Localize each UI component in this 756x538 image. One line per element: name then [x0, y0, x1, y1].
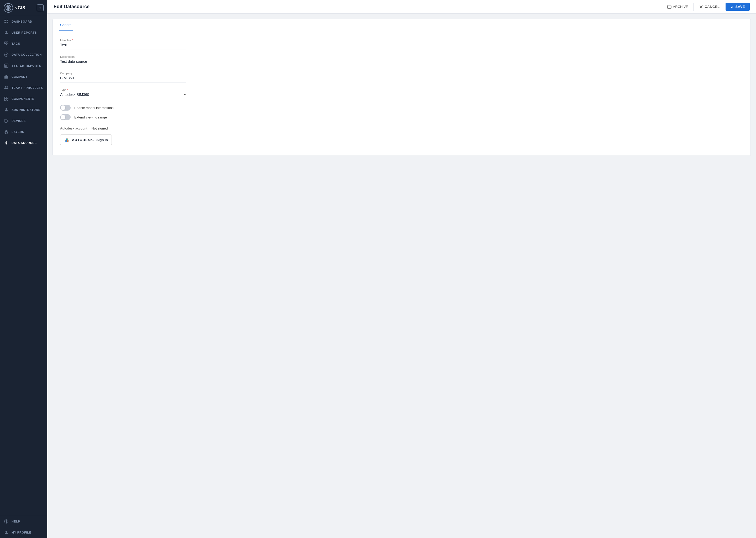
company-label: Company: [60, 72, 186, 75]
viewing-range-label: Extend viewing range: [74, 115, 107, 119]
company-value[interactable]: BIM 360: [60, 76, 186, 82]
svg-rect-17: [4, 97, 6, 98]
svg-rect-18: [7, 97, 8, 98]
cancel-icon: [699, 5, 703, 9]
sidebar-bottom: HELP MY PROFILE: [0, 516, 47, 538]
sidebar-item-administrators[interactable]: ADMINISTRATORS: [0, 104, 47, 115]
svg-point-20: [7, 99, 8, 101]
data-collection-icon: [4, 52, 9, 57]
autodesk-brand-text: AUTODESK.: [72, 138, 94, 142]
sidebar-item-help[interactable]: HELP: [0, 516, 47, 527]
logo-text: vGIS: [15, 6, 25, 10]
toggle-knob: [61, 105, 65, 110]
model-interactions-toggle-row: Enable model interactions: [60, 105, 743, 111]
teams-icon: [4, 85, 9, 90]
sidebar-item-user-reports[interactable]: USER REPORTS: [0, 27, 47, 38]
sidebar-nav: DASHBOARD USER REPORTS TAGS DATA COLLECT…: [0, 16, 47, 148]
svg-point-10: [6, 54, 7, 55]
viewing-range-toggle[interactable]: [60, 114, 71, 120]
main-area: Edit Datasource ARCHIVE CANCEL SAVE Gene…: [47, 0, 756, 538]
company-icon: [4, 74, 9, 79]
svg-point-26: [6, 522, 7, 523]
autodesk-signin-button[interactable]: AUTODESK. Sign in: [60, 134, 112, 145]
sidebar-item-layers[interactable]: LAYERS: [0, 126, 47, 137]
tags-icon: [4, 41, 9, 46]
company-field: Company BIM 360: [60, 72, 186, 82]
signin-label: Sign in: [96, 138, 108, 142]
autodesk-account-label: Autodesk account: [60, 126, 87, 130]
sidebar-item-system-reports[interactable]: SYSTEM REPORTS: [0, 60, 47, 71]
sidebar-header: vGIS +: [0, 0, 47, 16]
description-label: Description: [60, 55, 186, 58]
svg-rect-13: [4, 76, 8, 79]
topbar-divider: [693, 3, 693, 11]
sidebar-item-dashboard[interactable]: DASHBOARD: [0, 16, 47, 27]
svg-point-24: [6, 142, 7, 144]
identifier-value[interactable]: Test: [60, 43, 186, 49]
svg-point-27: [6, 531, 7, 532]
svg-rect-22: [5, 119, 7, 123]
autodesk-status: Not signed in: [91, 126, 111, 130]
svg-rect-19: [4, 99, 6, 101]
topbar: Edit Datasource ARCHIVE CANCEL SAVE: [47, 0, 756, 14]
toggle-knob-2: [61, 115, 65, 120]
logo-icon: [4, 3, 13, 13]
save-button[interactable]: SAVE: [726, 3, 750, 11]
svg-rect-23: [7, 120, 8, 122]
autodesk-logo-icon: [64, 137, 70, 143]
profile-icon: [4, 530, 9, 535]
type-select-wrapper: Autodesk BIM360: [60, 92, 186, 99]
form-tabs: General: [53, 19, 750, 31]
svg-point-21: [6, 108, 7, 110]
sidebar-item-teams-projects[interactable]: TEAMS / PROJECTS: [0, 82, 47, 93]
model-interactions-label: Enable model interactions: [74, 106, 114, 110]
form-card: General Identifier* Test Description Tes…: [53, 19, 751, 156]
svg-rect-6: [4, 22, 6, 24]
svg-rect-5: [7, 20, 8, 21]
svg-rect-7: [7, 22, 8, 24]
archive-button[interactable]: ARCHIVE: [664, 3, 691, 11]
description-value[interactable]: Test data source: [60, 59, 186, 66]
data-sources-icon: [4, 140, 9, 145]
sidebar-item-company[interactable]: COMPANY: [0, 71, 47, 82]
layers-icon: [4, 129, 9, 134]
identifier-label: Identifier*: [60, 39, 186, 42]
system-reports-icon: [4, 63, 9, 68]
model-interactions-toggle[interactable]: [60, 105, 71, 111]
form-body: Identifier* Test Description Test data s…: [53, 31, 750, 155]
components-icon: [4, 96, 9, 101]
help-icon: [4, 519, 9, 524]
svg-point-15: [5, 86, 6, 88]
autodesk-account-row: Autodesk account Not signed in: [60, 126, 743, 130]
svg-point-16: [7, 86, 8, 88]
identifier-field: Identifier* Test: [60, 39, 186, 49]
sidebar-item-tags[interactable]: TAGS: [0, 38, 47, 49]
svg-rect-14: [6, 75, 7, 76]
topbar-actions: ARCHIVE CANCEL SAVE: [664, 3, 750, 11]
chevron-down-icon: [183, 94, 186, 95]
content-area: General Identifier* Test Description Tes…: [47, 14, 756, 538]
svg-rect-4: [4, 20, 6, 21]
sidebar-item-components[interactable]: COMPONENTS: [0, 93, 47, 104]
user-reports-icon: [4, 30, 9, 35]
sidebar-item-my-profile[interactable]: MY PROFILE: [0, 527, 47, 538]
page-title: Edit Datasource: [54, 4, 664, 10]
devices-icon: [4, 118, 9, 124]
add-button[interactable]: +: [37, 4, 44, 11]
svg-point-8: [6, 31, 7, 32]
cancel-button[interactable]: CANCEL: [696, 3, 723, 10]
sidebar-item-data-sources[interactable]: DATA SOURCES: [0, 137, 47, 148]
description-field: Description Test data source: [60, 55, 186, 66]
sidebar-item-data-collection[interactable]: DATA COLLECTION: [0, 49, 47, 60]
save-icon: [730, 5, 734, 9]
type-label: Type*: [60, 88, 186, 91]
type-field: Type* Autodesk BIM360: [60, 88, 186, 99]
administrators-icon: [4, 107, 9, 112]
archive-icon: [667, 5, 672, 9]
type-select[interactable]: Autodesk BIM360: [60, 92, 186, 99]
viewing-range-toggle-row: Extend viewing range: [60, 114, 743, 120]
sidebar: vGIS + DASHBOARD USER REPORTS TAGS: [0, 0, 47, 538]
sidebar-item-devices[interactable]: DEVICES: [0, 115, 47, 126]
dashboard-icon: [4, 19, 9, 24]
tab-general[interactable]: General: [59, 19, 73, 31]
